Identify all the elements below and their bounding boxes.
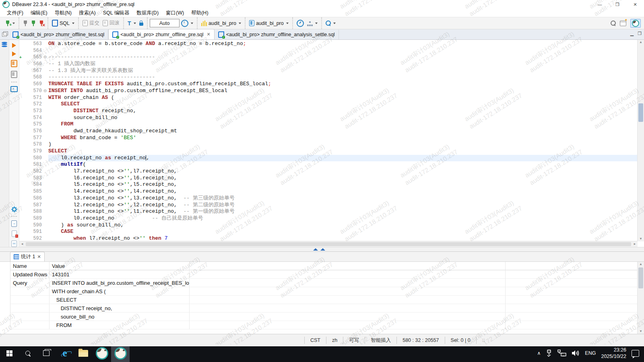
schema-selector[interactable]: audit_bi_pro: [248, 19, 290, 27]
speaker-icon[interactable]: [572, 350, 580, 356]
restore-panel-button[interactable]: [0, 29, 9, 39]
table-row-1[interactable]: QueryINSERT INTO audit_bi_pro.custom_off…: [10, 279, 638, 287]
sql-code-editor[interactable]: 563ON a.store_code = b.store_code AND a.…: [19, 40, 644, 247]
open-console-button[interactable]: >_: [10, 86, 18, 92]
table-row-5[interactable]: source_bill_no: [10, 313, 638, 321]
search-button[interactable]: [324, 20, 337, 27]
new-connection-button[interactable]: +: [4, 20, 17, 27]
code-line-587: 587 l2.receipt_no <>'',l2.receipt_no, --…: [19, 202, 638, 209]
window-title: DBeaver 22.3.4 - <audit_bi_pro> zhumr_of…: [12, 2, 591, 7]
menu-item-1[interactable]: 编辑(E): [27, 9, 51, 17]
main-toolbar: + ✕ SQL 提交 回滚: [0, 17, 644, 29]
stats-table[interactable]: NameValueUpdated Rows143101QueryINSERT I…: [10, 262, 638, 329]
dbeaver-taskbar-button[interactable]: [93, 344, 111, 362]
network-icon[interactable]: [557, 350, 566, 357]
transaction-log-button[interactable]: T: [126, 20, 138, 27]
collapse-up-icon[interactable]: [320, 248, 325, 251]
dashboard-button[interactable]: [295, 19, 305, 28]
scroll-down-icon[interactable]: ▼: [638, 329, 644, 334]
tray-expand-icon[interactable]: ∧: [537, 350, 541, 356]
usb-icon[interactable]: [546, 350, 552, 357]
table-row-0[interactable]: Updated Rows143101: [10, 270, 638, 279]
open-perspective-icon[interactable]: [620, 21, 626, 26]
scroll-down-icon[interactable]: ▼: [638, 237, 644, 241]
scrollbar-thumb[interactable]: [638, 103, 643, 122]
panel-splitter[interactable]: [0, 247, 644, 252]
close-icon[interactable]: ✕: [37, 254, 41, 259]
maximize-button[interactable]: ❐: [609, 0, 626, 9]
task-view-button[interactable]: [37, 344, 56, 362]
connection-selector[interactable]: audit_bi_pro: [200, 20, 243, 27]
start-button[interactable]: [0, 344, 19, 362]
commit-mode-combo[interactable]: Auto: [150, 19, 180, 27]
menu-item-5[interactable]: 数据库(D): [133, 9, 162, 17]
table-row-3[interactable]: SELECT: [10, 296, 638, 304]
execute-new-tab-button[interactable]: +: [12, 51, 16, 56]
script-errors-button[interactable]: [12, 230, 17, 237]
code-line-585: 585 l4.receipt_no <>'',l4.receipt_no,: [19, 188, 638, 195]
fold-collapse-icon[interactable]: ⊖: [42, 54, 48, 61]
table-row-6[interactable]: FROM: [10, 321, 638, 329]
explain-plan-button[interactable]: [11, 71, 17, 78]
stats-tab[interactable]: 统计 1 ✕: [10, 252, 45, 261]
column-header[interactable]: Name: [10, 262, 50, 270]
table-cell: [506, 321, 638, 329]
editor-horizontal-scrollbar[interactable]: ◂ ▸: [19, 241, 638, 247]
scroll-up-icon[interactable]: ▲: [638, 40, 644, 45]
clock[interactable]: 23:26 2025/10/22: [601, 347, 626, 360]
minimize-button[interactable]: —: [591, 0, 609, 9]
dbeaver-taskbar-button-active[interactable]: [111, 344, 130, 362]
close-button[interactable]: ✕: [626, 0, 644, 9]
table-row-2[interactable]: WITH order_chain AS (: [10, 287, 638, 296]
action-center-icon[interactable]: [632, 350, 639, 357]
execute-statement-button[interactable]: [12, 43, 16, 48]
commit-button[interactable]: 提交: [81, 19, 101, 27]
maximize-editor-icon[interactable]: ❐: [638, 31, 642, 36]
gear-icon[interactable]: [11, 206, 17, 212]
menu-item-3[interactable]: 搜索(A): [75, 9, 99, 17]
scroll-left-icon[interactable]: ◂: [19, 241, 25, 247]
internet-explorer-button[interactable]: e: [56, 344, 74, 362]
history-button[interactable]: [180, 19, 195, 28]
disconnect-button[interactable]: ✕: [37, 20, 45, 27]
menu-item-0[interactable]: 文件(F): [3, 9, 27, 17]
export-result-button[interactable]: →: [11, 220, 17, 227]
scrollbar-thumb[interactable]: [26, 242, 631, 246]
editor-tab-2[interactable]: <audit_bi_pro> zhumr_offline_analysis_se…: [215, 30, 339, 39]
language-indicator[interactable]: ENG: [585, 350, 596, 356]
database-navigator-icon[interactable]: [2, 41, 7, 47]
collapse-up-icon[interactable]: [313, 248, 318, 251]
menu-item-4[interactable]: SQL 编辑器: [99, 9, 133, 17]
close-icon[interactable]: ✕: [206, 32, 210, 37]
code-line-579: 579SELECT: [19, 148, 638, 155]
rollback-button[interactable]: 回滚: [101, 19, 121, 27]
column-header[interactable]: [506, 262, 638, 270]
minimize-editor-icon[interactable]: ▁: [630, 31, 634, 36]
execute-script-button[interactable]: [11, 60, 17, 67]
fold-collapse-icon[interactable]: ⊖: [42, 88, 48, 95]
editor-tab-1[interactable]: <audit_bi_pro> zhumr_offline_pre.sql✕: [108, 29, 214, 39]
dbeaver-perspective-button[interactable]: [630, 19, 641, 28]
toolbar-separator: [11, 216, 17, 217]
menu-item-2[interactable]: 导航(N): [51, 9, 75, 17]
scrollbar-thumb[interactable]: [638, 267, 643, 288]
menu-item-7[interactable]: 帮助(H): [188, 9, 212, 17]
taskbar-search-button[interactable]: [19, 344, 37, 362]
column-header[interactable]: [190, 262, 506, 270]
connect-button[interactable]: [21, 20, 29, 27]
scroll-right-icon[interactable]: ▸: [632, 241, 638, 247]
parameters-button[interactable]: (x): [11, 241, 17, 247]
table-row-4[interactable]: DISTINCT receipt_no,: [10, 304, 638, 313]
editor-vertical-scrollbar[interactable]: ▲ ▼: [637, 40, 644, 241]
quick-search-icon[interactable]: [611, 21, 616, 26]
editor-tab-0[interactable]: <audit_bi_pro> zhumr_offline_test.sql: [9, 30, 108, 39]
sql-editor-button[interactable]: SQL: [50, 19, 76, 27]
scroll-up-icon[interactable]: ▲: [638, 262, 644, 267]
column-header[interactable]: Value: [50, 262, 190, 270]
lock-button[interactable]: [138, 20, 145, 27]
file-explorer-button[interactable]: [74, 344, 93, 362]
menu-item-6[interactable]: 窗口(W): [162, 9, 188, 17]
results-vertical-scrollbar[interactable]: ▲ ▼: [637, 262, 644, 334]
er-diagram-button[interactable]: [305, 20, 319, 27]
reconnect-button[interactable]: [29, 20, 37, 27]
